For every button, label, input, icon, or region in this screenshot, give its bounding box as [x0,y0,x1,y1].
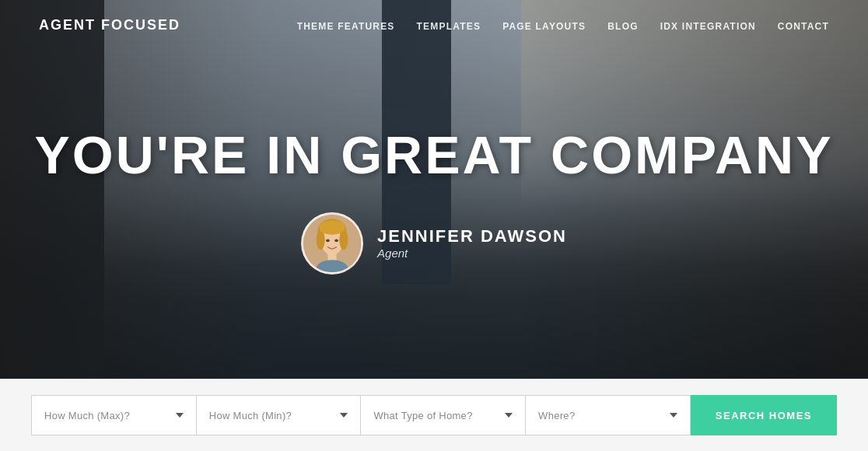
navbar: AGENT FOCUSED THEME FEATURES TEMPLATES P… [0,0,868,51]
nav-link-contact[interactable]: CONTACT [778,21,829,32]
agent-title: Agent [377,246,567,260]
chevron-down-icon [176,413,184,418]
min-price-select[interactable]: How Much (Min)? [196,395,361,435]
location-select[interactable]: Where? [525,395,691,435]
chevron-down-icon [670,413,677,418]
nav-item-templates[interactable]: TEMPLATES [417,19,481,33]
page-wrapper: AGENT FOCUSED THEME FEATURES TEMPLATES P… [0,0,868,451]
nav-link-idx[interactable]: IDX INTEGRATION [660,21,756,32]
hero-section: AGENT FOCUSED THEME FEATURES TEMPLATES P… [0,0,868,379]
svg-rect-8 [327,253,336,260]
min-price-label: How Much (Min)? [209,410,292,421]
svg-point-7 [334,239,338,242]
agent-avatar [301,212,363,274]
nav-item-idx[interactable]: IDX INTEGRATION [660,19,756,33]
nav-item-contact[interactable]: CONTACT [778,19,829,33]
max-price-label: How Much (Max)? [44,410,130,421]
agent-info: JENNIFER DAWSON Agent [377,226,567,260]
nav-item-theme-features[interactable]: THEME FEATURES [297,19,395,33]
agent-card: JENNIFER DAWSON Agent [301,212,567,274]
brand-logo[interactable]: AGENT FOCUSED [39,17,180,33]
svg-point-5 [319,220,345,235]
hero-content: YOU'RE IN GREAT COMPANY [0,0,868,379]
location-label: Where? [538,410,575,421]
home-type-label: What Type of Home? [373,410,472,421]
search-bar: How Much (Max)? How Much (Min)? What Typ… [0,379,868,451]
chevron-down-icon [340,413,348,418]
nav-link-theme-features[interactable]: THEME FEATURES [297,21,395,32]
nav-link-blog[interactable]: BLOG [607,21,638,32]
hero-headline: YOU'RE IN GREAT COMPANY [34,128,833,181]
nav-item-page-layouts[interactable]: PAGE LAYOUTS [502,19,586,33]
home-type-select[interactable]: What Type of Home? [360,395,525,435]
nav-link-templates[interactable]: TEMPLATES [417,21,481,32]
nav-link-page-layouts[interactable]: PAGE LAYOUTS [502,21,586,32]
nav-links: THEME FEATURES TEMPLATES PAGE LAYOUTS BL… [297,19,829,33]
max-price-select[interactable]: How Much (Max)? [31,395,196,435]
chevron-down-icon [505,413,513,418]
agent-name: JENNIFER DAWSON [377,226,567,246]
nav-item-blog[interactable]: BLOG [607,19,638,33]
svg-point-6 [326,239,330,242]
search-homes-button[interactable]: SEARCH HOMES [691,395,837,435]
